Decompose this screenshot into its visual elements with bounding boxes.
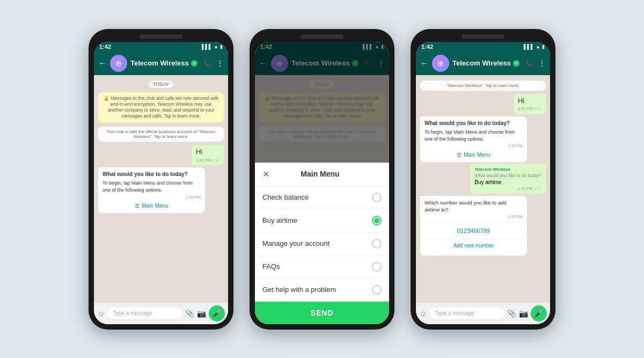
phone-2: 1:42 ▌▌▌ ▲ ▮ ← ⊕ Telecom Wireless ✓: [250, 29, 394, 330]
sent-airtime-3: Telecom Wireless What would you like to …: [470, 164, 546, 194]
battery-icon: ▮: [220, 44, 223, 49]
avatar-1: ⊕: [110, 55, 127, 72]
emoji-icon-3[interactable]: ☺: [419, 309, 427, 318]
phone-screen-2: 1:42 ▌▌▌ ▲ ▮ ← ⊕ Telecom Wireless ✓: [255, 42, 389, 324]
phone-notch-2: [301, 34, 343, 39]
camera-icon-3[interactable]: 📷: [519, 309, 528, 318]
date-divider-1: TODAY: [149, 81, 173, 88]
modal-sheet-2: ✕ Main Menu Check balance Buy airtime Ma…: [255, 163, 389, 324]
call-icon-1[interactable]: 📞: [203, 59, 212, 68]
read-ticks-3: ✓✓: [534, 106, 541, 111]
chat-area-3: "Telecom Wireless". Tap to learn more. H…: [416, 75, 550, 303]
business-notice-3[interactable]: "Telecom Wireless". Tap to learn more.: [420, 81, 546, 91]
radio-manage-account[interactable]: [372, 239, 382, 249]
main-menu-btn-3[interactable]: ☰ Main Menu: [425, 151, 523, 159]
phone-screen-1: 1:42 ▌▌▌ ▲ ▮ ← ⊕ Telecom Wireless ✓: [94, 42, 228, 324]
msg-time-received-3: 1:42 PM: [425, 143, 523, 149]
verified-badge-3: ✓: [513, 60, 519, 67]
menu-icon-3[interactable]: ⋮: [538, 59, 546, 68]
radio-buy-airtime[interactable]: [372, 216, 382, 225]
sender-label-3: Telecom Wireless: [474, 167, 541, 172]
msg-time-received-1: 1:42 PM: [103, 195, 201, 201]
status-bar-1: 1:42 ▌▌▌ ▲ ▮: [94, 42, 228, 52]
emoji-icon-1[interactable]: ☺: [97, 309, 105, 318]
sent-hi-1: Hi 1:42 PM ✓✓: [192, 145, 224, 166]
time-3: 1:42: [421, 43, 433, 50]
mic-button-3[interactable]: 🎤: [531, 305, 547, 322]
menu-list-icon-1: ☰: [135, 202, 140, 210]
modal-title: Main Menu: [301, 170, 339, 178]
menu-list-icon-3: ☰: [457, 151, 462, 159]
time-1: 1:42: [99, 43, 111, 50]
phone-1: 1:42 ▌▌▌ ▲ ▮ ← ⊕ Telecom Wireless ✓: [89, 29, 233, 330]
option-manage-account[interactable]: Manage your account: [255, 232, 389, 255]
msg-title-1: What would you like to do today?: [103, 171, 201, 178]
msg-body-1: To begin, tap Main Menu and choose from …: [103, 180, 201, 193]
status-icons-1: ▌▌▌ ▲ ▮: [202, 44, 223, 49]
modal-close-button[interactable]: ✕: [262, 169, 269, 179]
chat-header-1: ← ⊕ Telecom Wireless ✓ 📞 ⋮: [94, 52, 228, 75]
send-button[interactable]: SEND: [255, 302, 389, 324]
back-button-1[interactable]: ←: [98, 59, 107, 68]
phones-container: 1:42 ▌▌▌ ▲ ▮ ← ⊕ Telecom Wireless ✓: [78, 18, 566, 340]
option-faqs[interactable]: FAQs: [255, 255, 389, 279]
avatar-3: ⊕: [432, 55, 449, 72]
call-icon-3[interactable]: 📞: [525, 59, 534, 68]
chat-area-1: TODAY 🔒 Messages to this chat and calls …: [94, 75, 228, 303]
msg-time-sent-3: 1:42 PM ✓✓: [518, 106, 541, 112]
header-info-3: Telecom Wireless ✓: [452, 59, 522, 67]
header-icons-1: 📞 ⋮: [203, 59, 224, 68]
status-bar-3: 1:42 ▌▌▌ ▲ ▮: [416, 42, 550, 52]
radio-get-help[interactable]: [372, 285, 382, 295]
msg-time-sent-1: 1:42 PM ✓✓: [196, 158, 219, 163]
battery-icon-3: ▮: [542, 44, 545, 49]
main-menu-btn-1[interactable]: ☰ Main Menu: [103, 202, 201, 210]
signal-icon-3: ▌▌▌: [524, 44, 534, 49]
back-button-3[interactable]: ←: [420, 59, 429, 68]
modal-header-2: ✕ Main Menu: [255, 163, 389, 186]
option-check-balance[interactable]: Check balance: [255, 186, 389, 209]
airtime-ticks-3: ✓✓: [534, 186, 541, 191]
radio-faqs[interactable]: [372, 262, 382, 272]
radio-check-balance[interactable]: [372, 193, 382, 202]
phone-notch-3: [462, 34, 504, 39]
phone-3: 1:42 ▌▌▌ ▲ ▮ ← ⊕ Telecom Wireless ✓: [411, 29, 555, 330]
signal-icon: ▌▌▌: [202, 44, 212, 49]
msg-time-airtime-3: 1:42 PM ✓✓: [474, 186, 541, 191]
option-get-help[interactable]: Get help with a problem: [255, 279, 389, 302]
header-icons-3: 📞 ⋮: [525, 59, 546, 68]
mic-button-1[interactable]: 🎤: [209, 305, 225, 322]
received-menu-1: What would you like to do today? To begi…: [98, 167, 205, 213]
contact-name-3: Telecom Wireless ✓: [452, 59, 522, 67]
received-menu-3: What would you like to do today? To begi…: [420, 116, 527, 162]
verified-badge-1: ✓: [191, 60, 197, 67]
sent-text-3: Buy airtime: [474, 179, 541, 185]
number-question-3: Which number would you like to add airti…: [425, 199, 523, 214]
received-number-3: Which number would you like to add airti…: [420, 196, 527, 255]
wifi-icon-3: ▲: [536, 44, 540, 49]
phone-number-3[interactable]: 0123456789: [425, 225, 523, 237]
option-buy-airtime[interactable]: Buy airtime: [255, 209, 389, 232]
message-input-3[interactable]: Type a message: [429, 308, 504, 319]
contact-name-1: Telecom Wireless ✓: [130, 59, 200, 67]
header-info-1: Telecom Wireless ✓: [130, 59, 200, 67]
menu-icon-1[interactable]: ⋮: [216, 59, 224, 68]
input-bar-1: ☺ Type a message 📎 📷 🎤: [94, 303, 228, 324]
message-input-1[interactable]: Type a message: [107, 308, 182, 319]
msg-body-3: To begin, tap Main Menu and choose from …: [425, 129, 523, 142]
attachment-icon-1[interactable]: 📎: [185, 309, 194, 318]
attachment-icon-3[interactable]: 📎: [507, 309, 516, 318]
add-new-number-btn[interactable]: Add new number: [425, 239, 523, 252]
input-bar-3: ☺ Type a message 📎 📷 🎤: [416, 303, 550, 324]
sent-label-3: What would you like to do today?: [474, 173, 541, 178]
business-notice-1[interactable]: This chat is with the official business …: [98, 127, 224, 142]
read-ticks-1: ✓✓: [212, 158, 219, 163]
msg-time-number-3: 1:42 PM: [425, 214, 523, 220]
encryption-notice-1[interactable]: 🔒 Messages to this chat and calls are no…: [98, 92, 224, 122]
phone-screen-3: 1:42 ▌▌▌ ▲ ▮ ← ⊕ Telecom Wireless ✓: [416, 42, 550, 324]
wifi-icon: ▲: [214, 44, 218, 49]
camera-icon-1[interactable]: 📷: [197, 309, 206, 318]
status-icons-3: ▌▌▌ ▲ ▮: [524, 44, 545, 49]
phone-notch-1: [140, 34, 182, 39]
sent-hi-3: Hi 1:42 PM ✓✓: [514, 94, 546, 115]
